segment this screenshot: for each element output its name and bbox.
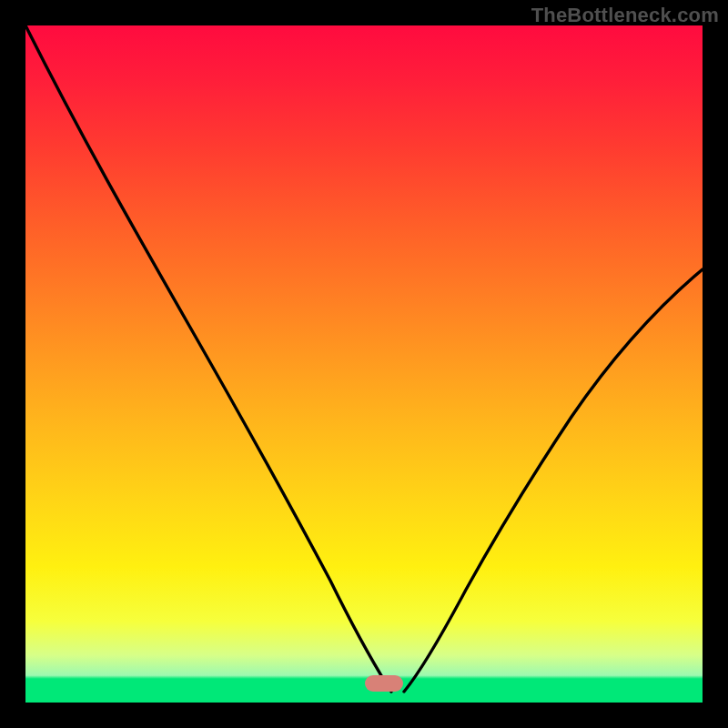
curve-right-branch xyxy=(404,269,703,692)
curve-left-branch xyxy=(25,25,391,692)
chart-frame: TheBottleneck.com xyxy=(0,0,728,728)
plot-area xyxy=(25,25,703,703)
bottleneck-min-marker xyxy=(365,675,403,692)
watermark-text: TheBottleneck.com xyxy=(531,4,719,27)
bottleneck-curve xyxy=(25,25,703,703)
